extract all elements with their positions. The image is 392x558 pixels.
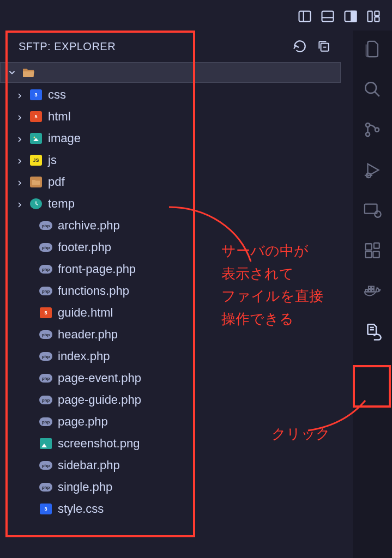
php-icon: php [39, 394, 52, 406]
activity-remote-icon[interactable] [361, 199, 383, 221]
tree-file-row[interactable]: 3style.css [0, 498, 341, 520]
tree-file-row[interactable]: phppage.php [0, 411, 341, 433]
tree-file-row[interactable]: phppage-guide.php [0, 389, 341, 411]
tree-file-row[interactable]: phpfunctions.php [0, 280, 341, 302]
svg-point-19 [375, 211, 381, 217]
sidebar-header: SFTP: EXPLORER [0, 31, 341, 62]
tree-item-label: temp [48, 197, 75, 211]
tree-item-label: functions.php [58, 284, 129, 298]
activity-extensions-icon[interactable] [361, 240, 383, 262]
activity-explorer-icon[interactable] [361, 38, 383, 60]
js-icon: JS [29, 154, 43, 166]
tree-item-label: sidebar.php [58, 458, 120, 472]
html5-icon: 5 [39, 307, 52, 319]
activity-sftp-icon[interactable] [361, 320, 383, 342]
svg-rect-5 [351, 11, 356, 22]
svg-rect-6 [368, 11, 372, 22]
php-icon: php [39, 372, 52, 384]
css3-icon: 3 [29, 89, 43, 101]
folder-icon [29, 176, 43, 188]
chevron-right-icon [15, 178, 24, 186]
split-right-icon[interactable] [343, 9, 358, 24]
tree-item-label: css [48, 88, 66, 102]
chevron-right-icon [15, 134, 24, 143]
svg-rect-23 [374, 243, 379, 248]
customize-layout-icon[interactable] [366, 9, 381, 24]
folder-open-icon [22, 67, 35, 78]
chevron-right-icon [15, 156, 24, 165]
php-icon: php [39, 285, 52, 297]
root-folder-row[interactable] [0, 62, 341, 83]
sidebar-title: SFTP: EXPLORER [19, 40, 116, 53]
php-icon: php [39, 350, 52, 362]
tree-file-row[interactable]: phpindex.php [0, 345, 341, 367]
image-icon [29, 132, 43, 144]
tree-file-row[interactable]: phpfront-page.php [0, 258, 341, 280]
tree-item-label: archive.php [58, 219, 120, 233]
tree-item-label: page-guide.php [58, 393, 141, 407]
svg-rect-2 [322, 11, 334, 22]
svg-point-12 [366, 132, 370, 136]
tree-file-row[interactable]: 5guide.html [0, 302, 341, 324]
activity-docker-icon[interactable] [361, 280, 383, 302]
collapse-all-icon[interactable] [317, 39, 331, 53]
chevron-right-icon [15, 112, 24, 121]
tree-item-label: js [48, 153, 57, 167]
svg-rect-21 [365, 251, 371, 257]
tree-item-label: guide.html [58, 306, 113, 320]
tree-item-label: header.php [58, 327, 118, 342]
file-tree: 3css5htmlimageJSjspdftempphparchive.phpp… [0, 83, 341, 520]
svg-point-11 [366, 123, 370, 127]
php-icon: php [39, 459, 52, 471]
php-icon: php [39, 481, 52, 493]
php-icon: php [39, 241, 52, 253]
tree-folder-row[interactable]: pdf [0, 171, 341, 193]
php-icon: php [39, 263, 52, 275]
tree-file-row[interactable]: phparchive.php [0, 215, 341, 236]
html5-icon: 5 [29, 111, 43, 123]
tree-file-row[interactable]: phpfooter.php [0, 236, 341, 258]
sftp-explorer-panel: SFTP: EXPLORER 3css5htmlimageJSjspdftemp… [0, 31, 341, 558]
tree-folder-row[interactable]: JSjs [0, 149, 341, 171]
temp-icon [29, 198, 43, 210]
sidebar-actions [293, 39, 331, 53]
tree-folder-row[interactable]: 5html [0, 106, 341, 128]
tree-item-label: screenshot.png [58, 436, 140, 451]
css3-icon: 3 [39, 503, 52, 515]
tree-file-row[interactable]: phpheader.php [0, 324, 341, 345]
svg-point-34 [34, 137, 35, 138]
activity-search-icon[interactable] [361, 78, 383, 100]
tree-file-row[interactable]: screenshot.png [0, 433, 341, 454]
tree-item-label: page-event.php [58, 371, 141, 385]
tree-file-row[interactable]: phpsidebar.php [0, 454, 341, 476]
svg-marker-14 [368, 164, 379, 177]
split-bottom-icon[interactable] [320, 9, 335, 24]
php-icon: php [39, 220, 52, 232]
tree-item-label: single.php [58, 480, 112, 494]
tree-folder-row[interactable]: image [0, 128, 341, 149]
tree-file-row[interactable]: phpsingle.php [0, 476, 341, 498]
tree-item-label: pdf [48, 175, 65, 189]
svg-line-10 [375, 92, 379, 96]
tree-file-row[interactable]: phppage-event.php [0, 367, 341, 389]
split-left-icon[interactable] [297, 9, 312, 24]
activity-source-control-icon[interactable] [361, 119, 383, 141]
tree-item-label: style.css [58, 502, 104, 516]
svg-rect-8 [375, 17, 379, 21]
tree-folder-row[interactable]: 3css [0, 84, 341, 106]
php-icon: php [39, 329, 52, 341]
png-icon [39, 438, 52, 450]
refresh-icon[interactable] [293, 39, 307, 53]
tree-item-label: image [48, 131, 81, 145]
activity-run-debug-icon[interactable] [361, 159, 383, 181]
editor-layout-controls [297, 9, 381, 24]
svg-rect-28 [372, 287, 374, 289]
chevron-right-icon [15, 199, 24, 208]
tree-folder-row[interactable]: temp [0, 193, 341, 215]
activity-bar [353, 31, 392, 558]
svg-rect-0 [299, 11, 311, 22]
tree-item-label: footer.php [58, 240, 111, 254]
tree-item-label: html [48, 110, 71, 124]
svg-rect-20 [365, 244, 371, 250]
tree-item-label: front-page.php [58, 262, 136, 276]
